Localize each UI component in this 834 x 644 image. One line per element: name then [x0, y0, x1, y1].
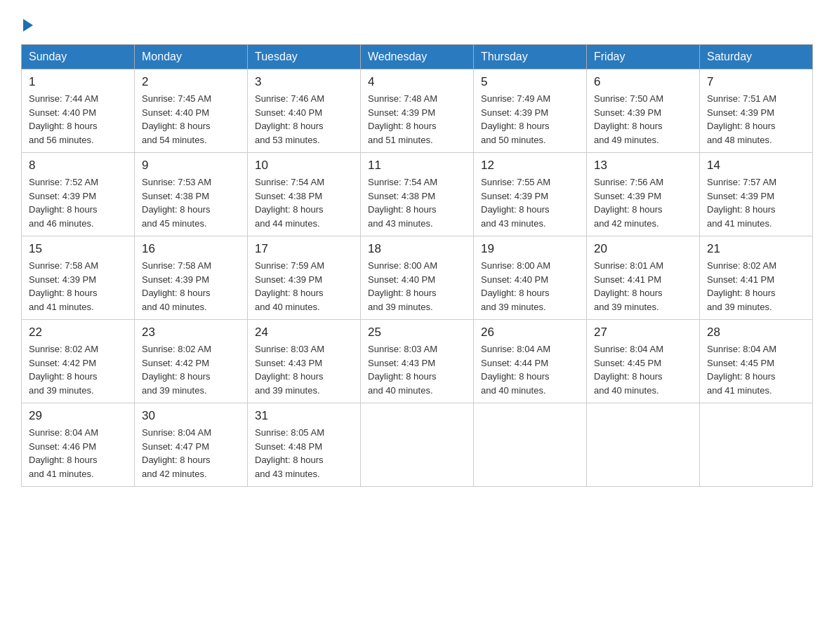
day-info: Sunrise: 7:49 AMSunset: 4:39 PMDaylight:… — [481, 92, 579, 147]
calendar-cell: 11 Sunrise: 7:54 AMSunset: 4:38 PMDaylig… — [361, 153, 474, 236]
calendar-cell — [361, 403, 474, 487]
calendar-cell: 27 Sunrise: 8:04 AMSunset: 4:45 PMDaylig… — [587, 320, 700, 403]
day-info: Sunrise: 8:03 AMSunset: 4:43 PMDaylight:… — [255, 342, 353, 397]
day-info: Sunrise: 7:58 AMSunset: 4:39 PMDaylight:… — [142, 259, 240, 314]
page-header — [21, 14, 813, 32]
day-info: Sunrise: 7:51 AMSunset: 4:39 PMDaylight:… — [707, 92, 805, 147]
calendar-cell: 23 Sunrise: 8:02 AMSunset: 4:42 PMDaylig… — [135, 320, 248, 403]
logo — [21, 18, 35, 32]
day-info: Sunrise: 7:59 AMSunset: 4:39 PMDaylight:… — [255, 259, 353, 314]
calendar-cell: 15 Sunrise: 7:58 AMSunset: 4:39 PMDaylig… — [22, 236, 135, 320]
day-number: 7 — [707, 75, 805, 89]
day-info: Sunrise: 8:01 AMSunset: 4:41 PMDaylight:… — [594, 259, 692, 314]
calendar-cell: 14 Sunrise: 7:57 AMSunset: 4:39 PMDaylig… — [700, 153, 813, 236]
calendar-cell: 10 Sunrise: 7:54 AMSunset: 4:38 PMDaylig… — [248, 153, 361, 236]
day-number: 5 — [481, 75, 579, 89]
day-info: Sunrise: 7:53 AMSunset: 4:38 PMDaylight:… — [142, 175, 240, 230]
day-number: 30 — [142, 409, 240, 423]
day-number: 6 — [594, 75, 692, 89]
calendar-week-row: 29 Sunrise: 8:04 AMSunset: 4:46 PMDaylig… — [22, 403, 813, 487]
calendar-table: SundayMondayTuesdayWednesdayThursdayFrid… — [21, 44, 813, 487]
day-number: 11 — [368, 159, 466, 173]
calendar-cell: 28 Sunrise: 8:04 AMSunset: 4:45 PMDaylig… — [700, 320, 813, 403]
day-number: 18 — [368, 242, 466, 256]
day-info: Sunrise: 8:04 AMSunset: 4:44 PMDaylight:… — [481, 342, 579, 397]
day-info: Sunrise: 8:03 AMSunset: 4:43 PMDaylight:… — [368, 342, 466, 397]
day-number: 28 — [707, 326, 805, 340]
calendar-week-row: 1 Sunrise: 7:44 AMSunset: 4:40 PMDayligh… — [22, 69, 813, 153]
day-info: Sunrise: 7:58 AMSunset: 4:39 PMDaylight:… — [29, 259, 127, 314]
calendar-cell: 13 Sunrise: 7:56 AMSunset: 4:39 PMDaylig… — [587, 153, 700, 236]
day-info: Sunrise: 7:57 AMSunset: 4:39 PMDaylight:… — [707, 175, 805, 230]
day-info: Sunrise: 7:46 AMSunset: 4:40 PMDaylight:… — [255, 92, 353, 147]
calendar-cell: 25 Sunrise: 8:03 AMSunset: 4:43 PMDaylig… — [361, 320, 474, 403]
day-info: Sunrise: 8:04 AMSunset: 4:45 PMDaylight:… — [594, 342, 692, 397]
day-number: 4 — [368, 75, 466, 89]
day-info: Sunrise: 8:02 AMSunset: 4:42 PMDaylight:… — [29, 342, 127, 397]
day-of-week-header: Friday — [587, 45, 700, 69]
calendar-cell: 17 Sunrise: 7:59 AMSunset: 4:39 PMDaylig… — [248, 236, 361, 320]
day-info: Sunrise: 8:00 AMSunset: 4:40 PMDaylight:… — [481, 259, 579, 314]
day-number: 27 — [594, 326, 692, 340]
day-number: 20 — [594, 242, 692, 256]
day-info: Sunrise: 8:00 AMSunset: 4:40 PMDaylight:… — [368, 259, 466, 314]
calendar-cell: 30 Sunrise: 8:04 AMSunset: 4:47 PMDaylig… — [135, 403, 248, 487]
day-number: 21 — [707, 242, 805, 256]
day-of-week-header: Monday — [135, 45, 248, 69]
day-info: Sunrise: 8:05 AMSunset: 4:48 PMDaylight:… — [255, 426, 353, 481]
calendar-cell — [700, 403, 813, 487]
day-number: 16 — [142, 242, 240, 256]
day-number: 1 — [29, 75, 127, 89]
day-info: Sunrise: 7:54 AMSunset: 4:38 PMDaylight:… — [255, 175, 353, 230]
logo-arrow-icon — [23, 19, 33, 32]
day-number: 13 — [594, 159, 692, 173]
day-number: 3 — [255, 75, 353, 89]
calendar-header-row: SundayMondayTuesdayWednesdayThursdayFrid… — [22, 45, 813, 69]
day-of-week-header: Tuesday — [248, 45, 361, 69]
day-number: 15 — [29, 242, 127, 256]
calendar-week-row: 22 Sunrise: 8:02 AMSunset: 4:42 PMDaylig… — [22, 320, 813, 403]
day-number: 22 — [29, 326, 127, 340]
calendar-cell: 9 Sunrise: 7:53 AMSunset: 4:38 PMDayligh… — [135, 153, 248, 236]
day-number: 31 — [255, 409, 353, 423]
day-of-week-header: Thursday — [474, 45, 587, 69]
day-info: Sunrise: 7:44 AMSunset: 4:40 PMDaylight:… — [29, 92, 127, 147]
calendar-week-row: 15 Sunrise: 7:58 AMSunset: 4:39 PMDaylig… — [22, 236, 813, 320]
calendar-cell: 4 Sunrise: 7:48 AMSunset: 4:39 PMDayligh… — [361, 69, 474, 153]
calendar-cell: 16 Sunrise: 7:58 AMSunset: 4:39 PMDaylig… — [135, 236, 248, 320]
calendar-cell: 22 Sunrise: 8:02 AMSunset: 4:42 PMDaylig… — [22, 320, 135, 403]
day-info: Sunrise: 7:52 AMSunset: 4:39 PMDaylight:… — [29, 175, 127, 230]
calendar-cell: 3 Sunrise: 7:46 AMSunset: 4:40 PMDayligh… — [248, 69, 361, 153]
day-info: Sunrise: 7:55 AMSunset: 4:39 PMDaylight:… — [481, 175, 579, 230]
day-number: 9 — [142, 159, 240, 173]
day-number: 10 — [255, 159, 353, 173]
calendar-cell: 26 Sunrise: 8:04 AMSunset: 4:44 PMDaylig… — [474, 320, 587, 403]
day-info: Sunrise: 7:54 AMSunset: 4:38 PMDaylight:… — [368, 175, 466, 230]
day-info: Sunrise: 7:45 AMSunset: 4:40 PMDaylight:… — [142, 92, 240, 147]
day-info: Sunrise: 8:04 AMSunset: 4:45 PMDaylight:… — [707, 342, 805, 397]
day-number: 19 — [481, 242, 579, 256]
calendar-cell: 21 Sunrise: 8:02 AMSunset: 4:41 PMDaylig… — [700, 236, 813, 320]
calendar-week-row: 8 Sunrise: 7:52 AMSunset: 4:39 PMDayligh… — [22, 153, 813, 236]
calendar-cell: 19 Sunrise: 8:00 AMSunset: 4:40 PMDaylig… — [474, 236, 587, 320]
day-info: Sunrise: 7:50 AMSunset: 4:39 PMDaylight:… — [594, 92, 692, 147]
day-info: Sunrise: 7:48 AMSunset: 4:39 PMDaylight:… — [368, 92, 466, 147]
day-info: Sunrise: 8:02 AMSunset: 4:42 PMDaylight:… — [142, 342, 240, 397]
day-number: 26 — [481, 326, 579, 340]
day-info: Sunrise: 7:56 AMSunset: 4:39 PMDaylight:… — [594, 175, 692, 230]
day-number: 24 — [255, 326, 353, 340]
day-info: Sunrise: 8:04 AMSunset: 4:47 PMDaylight:… — [142, 426, 240, 481]
day-number: 29 — [29, 409, 127, 423]
day-number: 25 — [368, 326, 466, 340]
day-of-week-header: Wednesday — [361, 45, 474, 69]
calendar-cell: 7 Sunrise: 7:51 AMSunset: 4:39 PMDayligh… — [700, 69, 813, 153]
day-of-week-header: Sunday — [22, 45, 135, 69]
calendar-cell: 2 Sunrise: 7:45 AMSunset: 4:40 PMDayligh… — [135, 69, 248, 153]
calendar-cell: 5 Sunrise: 7:49 AMSunset: 4:39 PMDayligh… — [474, 69, 587, 153]
day-info: Sunrise: 8:04 AMSunset: 4:46 PMDaylight:… — [29, 426, 127, 481]
day-number: 2 — [142, 75, 240, 89]
day-number: 14 — [707, 159, 805, 173]
day-number: 8 — [29, 159, 127, 173]
calendar-cell: 12 Sunrise: 7:55 AMSunset: 4:39 PMDaylig… — [474, 153, 587, 236]
calendar-cell: 20 Sunrise: 8:01 AMSunset: 4:41 PMDaylig… — [587, 236, 700, 320]
